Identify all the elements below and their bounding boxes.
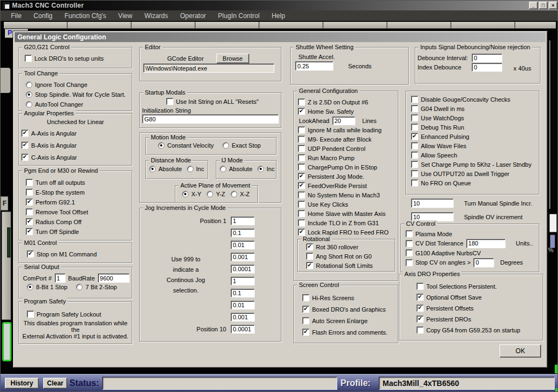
minimize-icon[interactable]: _ [529,2,538,9]
radio-button-selected[interactable] [149,166,156,172]
radio-button-unselected[interactable] [187,166,193,172]
jog-increment-input[interactable] [231,301,255,309]
checkbox-unchecked[interactable] [306,253,313,260]
checkbox-checked[interactable]: ✔ [21,142,28,149]
checkbox-unchecked[interactable] [302,294,309,301]
checkbox-checked[interactable]: ✔ [298,173,305,180]
menu-item-config[interactable]: Config [27,12,58,20]
checkbox-unchecked[interactable] [411,124,418,131]
checkbox-checked[interactable]: ✔ [416,305,424,312]
baudrate-input[interactable] [98,273,130,283]
checkbox-unchecked[interactable] [411,105,418,112]
menu-item-help[interactable]: Help [266,12,291,20]
radio-button-unselected[interactable] [26,81,32,88]
radio-button-selected[interactable] [182,191,189,197]
radio-button-selected[interactable] [158,142,165,149]
checkbox-unchecked[interactable] [411,151,418,159]
menu-item-file[interactable]: File [5,12,27,20]
browse-button[interactable]: Browse [216,54,249,63]
plasma-mode-checkbox[interactable] [406,230,413,237]
checkbox-checked[interactable]: ✔ [26,228,33,235]
checkbox-unchecked[interactable] [411,142,418,149]
jog-increment-input[interactable] [231,325,255,334]
stop-cv-angles-input[interactable] [473,258,494,267]
checkbox-unchecked[interactable] [26,208,33,215]
radio-button-unselected[interactable] [222,142,229,149]
jog-increment-input[interactable] [231,265,255,273]
status-field[interactable] [102,377,337,390]
radio-button-unselected[interactable] [220,166,226,172]
restore-icon[interactable]: □ [539,2,548,9]
init-string-input[interactable] [142,114,279,124]
jog-increment-input[interactable] [231,241,255,249]
menu-item-wizards[interactable]: Wizards [138,12,174,20]
history-button[interactable]: History [5,378,39,389]
checkbox-unchecked[interactable] [302,317,309,324]
close-icon[interactable]: × [549,2,557,9]
checkbox-checked[interactable]: ✔ [298,182,305,189]
jog-increment-input[interactable] [231,313,255,321]
checkbox-checked[interactable]: ✔ [298,108,305,115]
checkbox-checked[interactable]: ✔ [26,218,33,225]
jog-increment-input[interactable] [231,217,255,225]
checkbox-unchecked[interactable] [26,179,33,186]
checkbox-unchecked[interactable] [26,189,33,196]
checkbox-unchecked[interactable] [298,126,305,133]
menu-item-operator[interactable]: Operator [174,12,212,20]
checkbox-unchecked[interactable] [27,311,34,318]
jog-increment-input[interactable] [231,277,255,285]
comport-input[interactable] [55,273,66,283]
jog-increment-input[interactable] [231,229,255,237]
dialog-titlebar[interactable]: General Logic Configuration [15,32,545,42]
debounce-interval-input[interactable] [472,54,502,62]
jog-increment-input[interactable] [231,289,255,297]
stop-cv-on-angles-checkbox[interactable] [406,259,413,266]
screen-tab-strip[interactable] [4,22,556,29]
checkbox-checked[interactable]: ✔ [416,294,424,301]
index-debounce-input[interactable] [472,63,502,72]
radio-button-unselected[interactable] [207,191,213,197]
checkbox-checked[interactable]: ✔ [411,133,418,140]
checkbox-unchecked[interactable] [298,219,305,226]
radio-button-unselected[interactable] [76,284,83,290]
checkbox-checked[interactable]: ✔ [21,154,28,161]
clear-button[interactable]: Clear [43,378,67,389]
checkbox-unchecked[interactable] [298,98,305,106]
jog-increment-input[interactable] [231,253,255,261]
checkbox-unchecked[interactable] [25,55,32,62]
gcode-editor-path-input[interactable] [143,63,274,73]
menu-item-function-cfg-s[interactable]: Function Cfg's [58,12,112,20]
g100-adaptive-nurbscv-checkbox[interactable] [406,249,413,256]
checkbox-unchecked[interactable] [416,283,424,290]
checkbox-unchecked[interactable] [298,136,305,143]
checkbox-unchecked[interactable] [411,114,418,121]
radio-button-selected[interactable] [27,284,33,290]
checkbox-checked[interactable]: ✔ [298,229,305,236]
menu-item-view[interactable]: View [112,12,138,20]
checkbox-unchecked[interactable] [416,326,424,334]
checkbox-unchecked[interactable] [298,163,305,171]
manual-spindle-incr-input[interactable] [411,198,454,208]
radio-button-selected[interactable] [26,91,32,98]
checkbox-checked[interactable]: ✔ [306,243,313,250]
ok-button[interactable]: OK [500,344,541,358]
checkbox-checked[interactable]: ✔ [306,262,313,269]
checkbox-unchecked[interactable] [298,210,305,217]
checkbox-unchecked[interactable] [166,98,173,105]
checkbox-unchecked[interactable] [411,96,418,103]
checkbox-unchecked[interactable] [411,170,418,177]
menu-item-plugin-control[interactable]: PlugIn Control [212,12,266,20]
profile-field[interactable]: Mach3Mill_4xTB6560 [379,377,555,390]
checkbox-checked[interactable]: ✔ [302,306,309,313]
checkbox-checked[interactable]: ✔ [27,250,34,258]
checkbox-unchecked[interactable] [298,201,305,208]
checkbox-checked[interactable]: ✔ [302,329,309,336]
checkbox-checked[interactable]: ✔ [21,130,28,137]
shuttle-accel-input[interactable] [295,61,333,71]
checkbox-unchecked[interactable] [298,154,305,161]
radio-button-unselected[interactable] [26,101,32,108]
radio-button-selected[interactable] [257,166,264,172]
cv-dist-tolerance-checkbox[interactable] [406,240,413,247]
checkbox-unchecked[interactable] [298,145,305,152]
lookahead-input[interactable] [332,116,355,125]
